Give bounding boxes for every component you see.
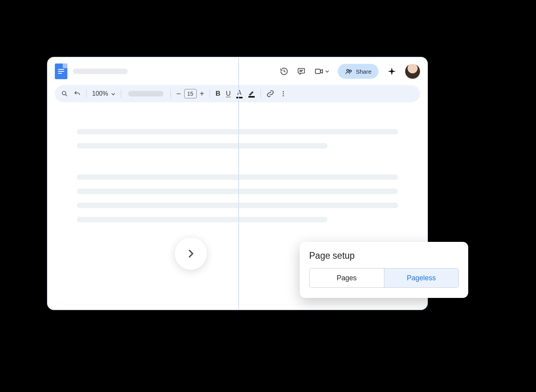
page-mode-segmented: Pages Pageless [309,268,459,288]
svg-point-7 [62,91,66,95]
content-placeholder-line [77,129,398,134]
more-options-icon[interactable] [280,90,287,97]
separator [121,89,121,98]
svg-point-5 [347,69,349,71]
font-size-decrease[interactable]: − [176,89,181,98]
highlight-color-button[interactable] [248,90,255,98]
font-size-stepper: − 15 + [176,89,204,98]
expand-fab-button[interactable] [175,238,207,270]
svg-rect-3 [315,69,321,74]
content-placeholder-line [77,217,328,222]
history-icon[interactable] [280,67,288,76]
font-family-select[interactable] [128,91,163,96]
search-icon[interactable] [61,90,68,97]
share-button[interactable]: Share [338,64,378,79]
font-size-increase[interactable]: + [200,89,205,98]
pageless-option[interactable]: Pageless [384,269,459,287]
svg-point-10 [282,93,284,94]
content-placeholder-line [77,203,398,208]
titlebar: Share [48,58,427,85]
pages-option[interactable]: Pages [310,269,384,287]
font-size-input[interactable]: 15 [184,89,197,98]
svg-line-8 [65,94,67,96]
svg-point-6 [349,70,351,72]
avatar[interactable] [405,64,420,79]
text-color-swatch [236,97,243,98]
undo-icon[interactable] [74,90,81,97]
separator [170,89,171,98]
zoom-label: 100% [92,90,108,97]
insert-link-icon[interactable] [266,90,274,98]
video-call-icon[interactable] [314,67,329,76]
page-setup-dialog: Page setup Pages Pageless [300,242,468,298]
svg-point-11 [282,95,284,96]
comment-icon[interactable] [297,67,306,76]
content-placeholder-line [77,189,398,194]
separator [86,89,87,98]
separator [210,89,210,98]
gemini-star-icon[interactable] [387,67,397,76]
text-color-button[interactable]: A [236,89,243,98]
docs-logo-icon[interactable] [55,64,67,79]
chevron-right-icon [185,248,196,259]
share-label: Share [356,68,371,75]
toolbar: 100% − 15 + B U A [55,85,420,102]
content-placeholder-line [77,174,398,180]
svg-point-9 [282,91,284,92]
doc-title-placeholder[interactable] [73,69,128,74]
underline-button[interactable]: U [226,90,231,98]
svg-rect-0 [298,69,305,73]
content-placeholder-line [77,143,328,149]
zoom-select[interactable]: 100% [92,90,115,97]
bold-button[interactable]: B [215,90,220,98]
svg-marker-4 [321,69,323,73]
separator [261,89,261,98]
dialog-title: Page setup [309,250,459,261]
highlight-swatch [248,96,255,98]
